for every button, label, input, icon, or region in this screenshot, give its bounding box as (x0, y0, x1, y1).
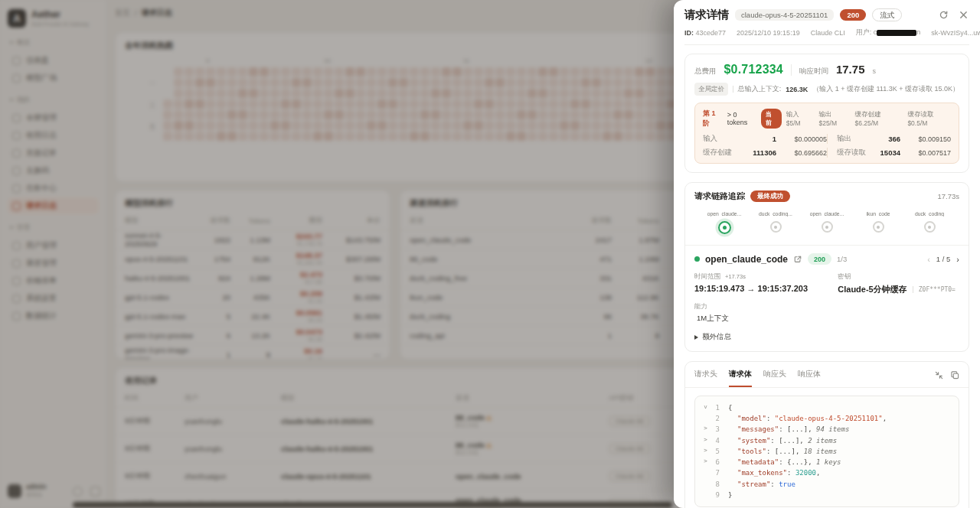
status-badge: 200 (840, 9, 866, 21)
tier-token-grid: 输入1$0.000005输出366$0.009150缓存创建111306$0.6… (703, 134, 951, 158)
trace-duration: 17.73s (937, 192, 959, 200)
context-summary: 全局定价 总输入上下文:126.3K （输入 1 + 缓存创建 111.3K +… (685, 81, 969, 103)
cost-card: 总费用 $0.712334 响应时间 17.75 s 全局定价 总输入上下文:1… (684, 54, 969, 173)
trace-title: 请求链路追踪 (694, 190, 745, 202)
total-cost-value: $0.712334 (724, 63, 783, 77)
model-badge: claude-opus-4-5-20251101 (735, 9, 834, 21)
trace-node-circle-icon (770, 221, 782, 233)
refresh-icon[interactable] (937, 9, 949, 21)
fold-spacer (701, 413, 710, 424)
total-cost-label: 总费用 (694, 67, 717, 77)
copy-icon[interactable] (951, 371, 959, 379)
trace-node-duck_coding...[interactable]: duck_coding... (756, 211, 795, 234)
step-capability: 能力 1M上下文 (694, 302, 838, 324)
tier-range: > 0 tokens (727, 111, 756, 126)
trace-nodes: open_claude...duck_coding...open_claude.… (685, 205, 969, 246)
tier-name: 第 1 阶 (703, 109, 723, 129)
fold-spacer (701, 490, 710, 500)
pricing-tier-card: 第 1 阶 > 0 tokens 当前 输入 $5/M 输出 $25/M 缓存创… (694, 103, 959, 164)
code-line: >6"metadata": {...}, 1 keys (701, 457, 952, 467)
expand-arrow-icon (694, 335, 698, 340)
trace-node-ikun_code[interactable]: ikun_code (859, 211, 897, 234)
step-key: 密钥 Claude-5分钟缓存 Z0F***PT0= (838, 272, 959, 295)
trace-node-circle-icon (718, 221, 731, 234)
step-time-range: 时间范围+17.73s 19:15:19.473 → 19:15:37.203 (694, 272, 838, 295)
current-tier-badge: 当前 (761, 109, 782, 129)
fold-spacer (701, 479, 710, 490)
code-line: v1{ (701, 402, 952, 413)
trace-node-circle-icon (924, 221, 936, 233)
step-pager: ‹ 1 / 5 › (927, 255, 959, 264)
trace-step-detail: open_claude_code 200 1/3 ‹ 1 / 5 › 时间范围+… (685, 246, 969, 351)
extra-info-toggle[interactable]: 额外信息 (694, 332, 959, 342)
drawer-header: 请求详情 claude-opus-4-5-20251101 200 流式 ID:… (674, 0, 980, 45)
trace-node-open_claude...[interactable]: open_claude... (808, 211, 846, 234)
trace-node-circle-icon (822, 221, 833, 233)
code-line: >3"messages": [...], 94 items (701, 424, 952, 435)
tab-request-body[interactable]: 请求体 (729, 369, 752, 387)
code-line: 2"model": "claude-opus-4-5-20251101", (701, 413, 952, 424)
request-time: 2025/12/10 19:15:19 (737, 29, 800, 37)
tier-token-cell: 缓存创建111306$0.695662 (703, 148, 827, 158)
tab-response-headers[interactable]: 响应头 (763, 369, 786, 387)
id-label: ID: (684, 29, 694, 37)
code-line: 8"stream": true (701, 479, 952, 490)
key-masked-value: Z0F***PT0= (919, 286, 956, 293)
pricing-scope-badge: 全局定价 (694, 83, 728, 96)
trace-node-circle-icon (873, 221, 884, 233)
code-line: >5"tools": [...], 18 items (701, 446, 952, 457)
pager-next-icon[interactable]: › (956, 255, 959, 264)
collapse-json-icon[interactable] (935, 371, 943, 379)
code-line: >4"system": [...], 2 items (701, 435, 952, 446)
code-line: 9} (701, 490, 952, 500)
pager-position: 1 / 5 (936, 255, 951, 263)
tier-rates: 输入 $5/M 输出 $25/M 缓存创建 $6.25/M 缓存读取 $0.5/… (786, 110, 951, 127)
response-time-label: 响应时间 (799, 67, 828, 77)
fold-spacer (701, 467, 710, 478)
drawer-title: 请求详情 (684, 8, 729, 22)
response-time-unit: s (872, 67, 876, 75)
client-name: Claude CLI (811, 29, 845, 37)
payload-tabs: 请求头 请求体 响应头 响应体 (685, 362, 969, 388)
fold-toggle-icon[interactable]: > (701, 446, 710, 457)
json-viewer[interactable]: v1{2"model": "claude-opus-4-5-20251101",… (694, 396, 959, 507)
stream-badge: 流式 (872, 8, 902, 21)
step-status-dot (694, 256, 700, 262)
trace-node-open_claude...[interactable]: open_claude... (705, 211, 743, 234)
fold-toggle-icon[interactable]: > (701, 435, 710, 446)
external-link-icon[interactable] (793, 255, 802, 264)
request-detail-drawer: 请求详情 claude-opus-4-5-20251101 200 流式 ID:… (674, 0, 980, 508)
fold-toggle-icon[interactable]: v (701, 402, 710, 413)
fold-toggle-icon[interactable]: > (701, 424, 710, 435)
tab-request-headers[interactable]: 请求头 (694, 369, 717, 387)
tier-token-cell: 缓存读取15034$0.007517 (827, 148, 951, 158)
tier-token-cell: 输入1$0.000005 (703, 134, 827, 144)
step-attempt: 1/3 (837, 255, 847, 263)
code-line: 7"max_tokens": 32000, (701, 467, 952, 478)
trace-node-duck_coding[interactable]: duck_coding (910, 211, 949, 234)
trace-status-badge: 最终成功 (750, 190, 790, 202)
pager-prev-icon[interactable]: ‹ (927, 255, 930, 264)
request-id: 43cede77 (696, 29, 727, 37)
payload-card: 请求头 请求体 响应头 响应体 v1{2"model": "claude-opu… (684, 361, 969, 508)
api-key-masked: sk-WvzISy4...uwgB (931, 29, 980, 37)
trace-card: 请求链路追踪 最终成功 17.73s open_claude...duck_co… (684, 182, 969, 352)
fold-toggle-icon[interactable]: > (701, 457, 710, 467)
redacted-username (877, 30, 916, 36)
close-icon[interactable] (957, 9, 969, 21)
tier-token-cell: 输出366$0.009150 (827, 134, 951, 144)
response-time-value: 17.75 (836, 63, 865, 76)
tab-response-body[interactable]: 响应体 (798, 369, 821, 387)
request-user: 用户: cn (856, 28, 921, 37)
request-meta: ID: 43cede77 2025/12/10 19:15:19 Claude … (684, 28, 969, 37)
step-status-badge: 200 (808, 253, 831, 265)
step-name: open_claude_code (705, 254, 788, 265)
